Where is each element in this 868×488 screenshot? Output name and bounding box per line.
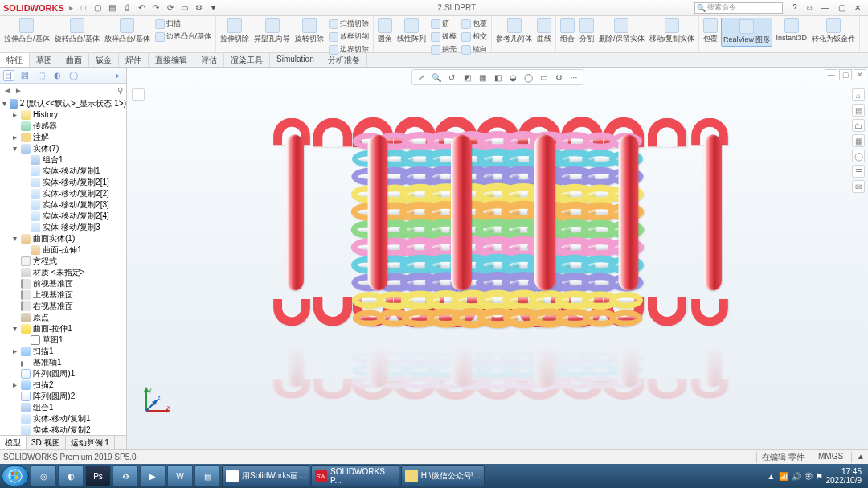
nav-fwd-icon[interactable]: ► xyxy=(14,86,23,95)
taskbar-app-wps[interactable]: W xyxy=(167,465,193,486)
realview-button[interactable]: RealView 图形 xyxy=(721,18,772,47)
tree-item[interactable]: 前视基准面 xyxy=(2,278,126,289)
tree-item[interactable]: 组合1 xyxy=(2,402,126,413)
view-orientation-icon[interactable]: ▦ xyxy=(476,71,489,84)
tab-钣金[interactable]: 钣金 xyxy=(89,53,119,67)
tree-item[interactable]: ▸History xyxy=(2,109,126,121)
combine-button[interactable]: 组合 xyxy=(559,18,576,45)
apply-scene-icon[interactable]: ▭ xyxy=(537,71,550,84)
sweep-cut-button[interactable]: 扫描切除 xyxy=(327,18,371,30)
taskbar-window-solidworks1[interactable]: 用SolidWorks画... xyxy=(222,465,309,486)
move-copy-body-button[interactable]: 移动/复制实体 xyxy=(648,18,697,45)
tree-item[interactable]: 实体-移动/复制2[2] xyxy=(2,188,126,199)
tree-item[interactable]: 曲面-拉伸1 xyxy=(2,244,126,256)
tree-item[interactable]: 组合1 xyxy=(2,154,126,166)
tab-草图[interactable]: 草图 xyxy=(30,53,59,67)
redo-icon[interactable]: ↷ xyxy=(150,2,162,14)
rib-button[interactable]: 筋 xyxy=(429,18,458,30)
configuration-manager-icon[interactable]: ⬚ xyxy=(35,70,47,81)
property-manager-icon[interactable]: 圓 xyxy=(19,70,31,81)
doc-close-icon[interactable]: ✕ xyxy=(854,69,866,80)
tab-Simulation[interactable]: Simulation xyxy=(270,53,321,67)
tree-item[interactable]: 实体-移动/复制2[1] xyxy=(2,177,126,188)
edit-appearance-icon[interactable]: ◯ xyxy=(522,71,534,84)
select-icon[interactable]: ▭ xyxy=(179,2,190,14)
tree-item[interactable]: 阵列(圆周)1 xyxy=(2,368,126,379)
taskbar-app-photoshop[interactable]: Ps xyxy=(85,465,111,486)
tree-item[interactable]: 方程式 xyxy=(2,256,126,267)
tree-item[interactable]: 基准轴1 xyxy=(2,357,126,368)
taskbar-window-explorer[interactable]: H:\微信公众号\... xyxy=(401,465,485,486)
close-icon[interactable]: ✕ xyxy=(850,2,865,14)
linear-pattern-button[interactable]: 线性阵列 xyxy=(395,18,428,55)
instant3d-button[interactable]: Instant3D xyxy=(774,18,809,47)
tree-item[interactable]: ▸注解 xyxy=(2,132,126,143)
convert-sheet-metal-button[interactable]: 转化为钣金件 xyxy=(810,18,857,47)
fillet-button[interactable]: 圆角 xyxy=(376,18,394,55)
open-icon[interactable]: ▢ xyxy=(92,2,104,14)
appearances-icon[interactable]: ◯ xyxy=(852,150,865,162)
nav-back-icon[interactable]: ◄ xyxy=(3,86,11,95)
user-icon[interactable]: ☺ xyxy=(804,2,815,14)
split-button[interactable]: 分割 xyxy=(578,18,596,45)
view-palette-icon[interactable]: ▦ xyxy=(852,134,865,147)
tray-ime-icon[interactable]: ㊥ xyxy=(805,470,813,482)
tab-特征[interactable]: 特征 xyxy=(0,53,30,67)
tree-item[interactable]: ▾曲面-拉伸1 xyxy=(2,323,126,334)
doc-minimize-icon[interactable]: — xyxy=(825,69,837,80)
rebuild-icon[interactable]: ⟳ xyxy=(165,2,176,14)
design-library-icon[interactable]: ▤ xyxy=(852,104,865,117)
shell-button[interactable]: 抽壳 xyxy=(429,43,458,55)
tree-item[interactable]: ▸扫描1 xyxy=(2,346,126,357)
section-view-icon[interactable]: ◩ xyxy=(461,71,473,84)
forum-icon[interactable]: ✉ xyxy=(852,180,865,193)
tree-item[interactable]: ▸扫描2 xyxy=(2,379,126,391)
zoom-area-icon[interactable]: 🔍 xyxy=(430,71,443,84)
tree-root[interactable]: ▾ 2 (默认<<默认>_显示状态 1>) xyxy=(2,98,126,109)
tab-分析准备[interactable]: 分析准备 xyxy=(321,53,367,67)
hole-wizard-button[interactable]: 异型孔向导 xyxy=(252,18,292,55)
tab-评估[interactable]: 评估 xyxy=(194,53,224,67)
intersect-button[interactable]: 相交 xyxy=(460,31,489,43)
hide-show-icon[interactable]: ◒ xyxy=(506,71,519,84)
reference-geometry-button[interactable]: 参考几何体 xyxy=(494,18,534,45)
tree-item[interactable]: 实体-移动/复制3 xyxy=(2,222,126,233)
tree-item[interactable]: 实体-移动/复制2[3] xyxy=(2,199,126,211)
taskbar-app-media[interactable]: ▶ xyxy=(140,465,166,486)
status-expand-icon[interactable]: ▲ xyxy=(851,452,865,463)
new-icon[interactable]: □ xyxy=(78,2,89,14)
tree-item[interactable]: 实体-移动/复制2 xyxy=(2,424,126,435)
taskbar-app-cad[interactable]: ▤ xyxy=(194,465,220,486)
tree-item[interactable]: 实体-移动/复制2[4] xyxy=(2,211,126,222)
help-icon[interactable]: ? xyxy=(789,2,800,14)
draft-button[interactable]: 拔模 xyxy=(429,31,458,43)
tree-item[interactable]: 实体-移动/复制1 xyxy=(2,413,126,424)
taskbar-app-browser[interactable]: ◐ xyxy=(58,465,84,486)
tree-item[interactable]: 草图1 xyxy=(2,334,126,346)
command-search-input[interactable]: 搜索命令 xyxy=(694,2,783,14)
tree-item[interactable]: 材质 <未指定> xyxy=(2,267,126,278)
revolve-cut-button[interactable]: 旋转切除 xyxy=(293,18,326,55)
tree-item[interactable]: 上视基准面 xyxy=(2,289,126,301)
loft-cut-button[interactable]: 放样切削 xyxy=(327,31,371,43)
extrude-boss-button[interactable]: 拉伸凸台/基体 xyxy=(2,18,51,45)
tray-network-icon[interactable]: 📶 xyxy=(779,472,788,481)
undo-icon[interactable]: ↶ xyxy=(136,2,147,14)
taskbar-app-recycle[interactable]: ♻ xyxy=(113,465,138,486)
curves-button[interactable]: 曲线 xyxy=(535,18,553,45)
display-manager-icon[interactable]: ◐ xyxy=(51,70,63,81)
panel-collapse-icon[interactable]: ▸ xyxy=(112,70,123,81)
taskbar-app-360[interactable]: ◎ xyxy=(31,465,56,486)
mirror-button[interactable]: 镜向 xyxy=(460,43,489,55)
tab-直接编辑[interactable]: 直接编辑 xyxy=(149,53,194,67)
taskbar-window-solidworks2[interactable]: SWSOLIDWORKS P... xyxy=(311,465,399,486)
wrap-button[interactable]: 包覆 xyxy=(460,18,489,30)
restore-icon[interactable]: ▢ xyxy=(834,2,849,14)
more-views-icon[interactable]: ··· xyxy=(567,71,580,84)
tree-item[interactable]: 实体-移动/复制1 xyxy=(2,166,126,177)
delete-body-button[interactable]: 删除/保留实体 xyxy=(597,18,646,45)
save-icon[interactable]: ▤ xyxy=(107,2,118,14)
filter-icon[interactable]: ⚲ xyxy=(117,86,123,95)
doc-restore-icon[interactable]: ▢ xyxy=(839,69,852,80)
tab-渲染工具[interactable]: 渲染工具 xyxy=(224,53,270,67)
